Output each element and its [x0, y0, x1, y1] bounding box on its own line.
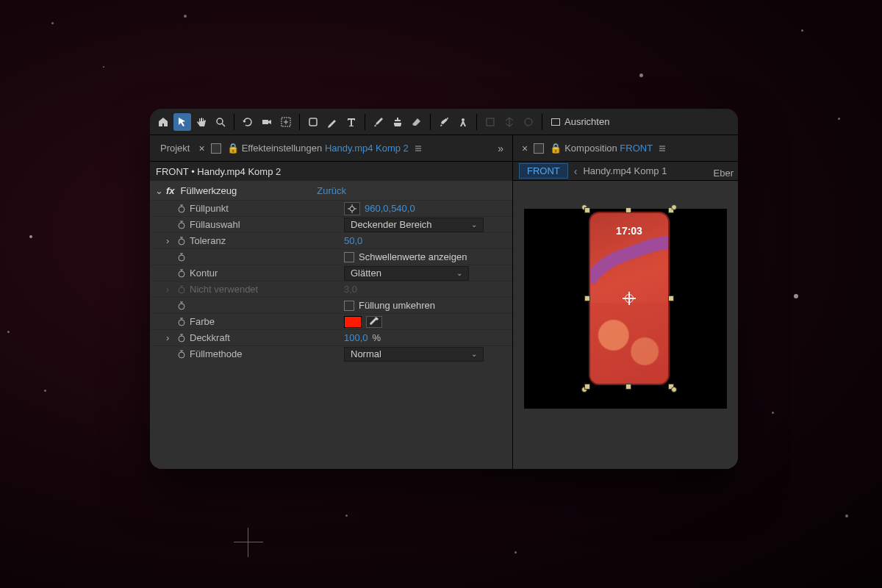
- svg-point-16: [179, 320, 184, 326]
- text-tool-icon[interactable]: [343, 113, 360, 131]
- camera-tool-icon[interactable]: [258, 113, 276, 131]
- stopwatch-icon[interactable]: [176, 268, 187, 279]
- flow-current[interactable]: FRONT: [519, 163, 568, 179]
- svg-point-8: [179, 207, 184, 212]
- transform-handle[interactable]: [671, 204, 677, 210]
- effect-properties: Füllpunkt 960,0,540,0 Füllauswahl Decken…: [150, 200, 512, 362]
- 3d-tool-2-icon[interactable]: [501, 113, 518, 131]
- fuellauswahl-select[interactable]: Deckender Bereich ⌄: [344, 218, 484, 232]
- home-icon[interactable]: [154, 113, 172, 131]
- hand-tool-icon[interactable]: [193, 113, 210, 131]
- eyedropper-button[interactable]: [366, 316, 382, 328]
- flow-back-icon[interactable]: ‹: [574, 165, 578, 177]
- comp-flow-bar: FRONT ‹ Handy.mp4 Komp 1: [513, 162, 738, 181]
- svg-point-7: [525, 118, 532, 126]
- umkehren-checkbox[interactable]: [344, 301, 354, 311]
- stopwatch-icon[interactable]: [176, 317, 187, 327]
- close-icon[interactable]: ×: [196, 143, 207, 154]
- nichtverwendet-value: 3,0: [344, 284, 357, 295]
- stopwatch-icon[interactable]: [176, 301, 187, 311]
- snap-label: Ausrichten: [564, 116, 609, 127]
- prop-umkehren: Füllung umkehren: [150, 297, 512, 313]
- stopwatch-icon[interactable]: [176, 204, 187, 214]
- roto-brush-tool-icon[interactable]: [435, 113, 453, 131]
- fuellpunkt-value[interactable]: 960,0,540,0: [365, 203, 415, 214]
- tab-ebenen[interactable]: Eber: [714, 168, 734, 179]
- kontur-select[interactable]: Glätten ⌄: [344, 266, 469, 281]
- prop-schwellenwerte: Schwellenwerte anzeigen: [150, 248, 512, 265]
- stopwatch-icon[interactable]: [176, 333, 187, 343]
- overflow-icon[interactable]: »: [493, 143, 508, 154]
- clone-stamp-tool-icon[interactable]: [389, 113, 406, 131]
- lock-icon[interactable]: 🔒: [550, 143, 562, 154]
- fx-badge-icon[interactable]: fx: [166, 185, 175, 196]
- effect-header[interactable]: ⌄ fx Füllwerkzeug Zurück: [150, 181, 512, 200]
- svg-point-4: [447, 118, 448, 119]
- point-picker-button[interactable]: [344, 202, 360, 215]
- selection-tool-icon[interactable]: [173, 113, 191, 131]
- lock-icon[interactable]: 🔒: [227, 143, 239, 154]
- transform-handle[interactable]: [625, 384, 631, 390]
- prop-kontur: Kontur Glätten ⌄: [150, 265, 512, 281]
- orbit-tool-icon[interactable]: [239, 113, 257, 131]
- tab-komposition[interactable]: Komposition: [564, 143, 617, 154]
- pen-tool-icon[interactable]: [323, 113, 341, 131]
- anchor-point-icon[interactable]: [623, 292, 636, 305]
- stopwatch-icon[interactable]: [176, 236, 187, 246]
- tab-effekt-target[interactable]: Handy.mp4 Komp 2: [325, 143, 409, 154]
- effect-name: Füllwerkzeug: [181, 185, 237, 196]
- svg-point-5: [462, 118, 465, 121]
- transform-handle[interactable]: [668, 295, 674, 301]
- snap-toggle[interactable]: Ausrichten: [547, 116, 614, 127]
- tab-komp-target[interactable]: FRONT: [620, 143, 653, 154]
- prop-deckkraft: › Deckkraft 100,0%: [150, 329, 512, 345]
- twirl-down-icon[interactable]: ⌄: [154, 185, 163, 196]
- left-tabstrip: Projekt × 🔒 Effekteinstellungen Handy.mp…: [150, 135, 512, 162]
- comp-canvas[interactable]: 17:03: [524, 209, 727, 409]
- phone-layer[interactable]: 17:03: [589, 212, 670, 385]
- tab-projekt[interactable]: Projekt: [154, 143, 196, 154]
- twirl-right-icon[interactable]: ›: [166, 332, 176, 343]
- shape-tool-icon[interactable]: [304, 113, 322, 131]
- stopwatch-icon[interactable]: [176, 349, 187, 359]
- fuellmethode-select[interactable]: Normal ⌄: [344, 347, 484, 362]
- pan-behind-tool-icon[interactable]: [277, 113, 295, 131]
- tab-effekteinstellungen[interactable]: Effekteinstellungen: [242, 143, 323, 154]
- schwellen-checkbox[interactable]: [344, 252, 354, 262]
- composition-viewer[interactable]: 17:03: [513, 181, 738, 469]
- right-tabstrip: × 🔒 Komposition FRONT Eber: [513, 135, 738, 162]
- twirl-right-icon[interactable]: ›: [166, 235, 176, 246]
- stopwatch-icon[interactable]: [176, 252, 187, 262]
- prop-fuellauswahl: Füllauswahl Deckender Bereich ⌄: [150, 216, 512, 232]
- flow-other[interactable]: Handy.mp4 Komp 1: [583, 165, 667, 176]
- composition-panel: × 🔒 Komposition FRONT Eber FRONT ‹ Handy…: [513, 135, 738, 469]
- puppet-pin-tool-icon[interactable]: [454, 113, 472, 131]
- 3d-tool-1-icon[interactable]: [481, 113, 499, 131]
- toleranz-value[interactable]: 50,0: [344, 235, 362, 246]
- color-swatch[interactable]: [344, 316, 362, 328]
- prop-toleranz: › Toleranz 50,0: [150, 232, 512, 248]
- brush-tool-icon[interactable]: [370, 113, 387, 131]
- close-icon[interactable]: ×: [519, 143, 531, 154]
- panel-menu-icon[interactable]: [657, 143, 667, 154]
- prop-fuellpunkt: Füllpunkt 960,0,540,0: [150, 200, 512, 216]
- transform-handle[interactable]: [584, 207, 590, 213]
- svg-rect-1: [262, 120, 268, 124]
- transform-handle[interactable]: [625, 207, 631, 213]
- transform-handle[interactable]: [584, 384, 590, 390]
- svg-point-17: [179, 336, 184, 342]
- stopwatch-icon[interactable]: [176, 220, 187, 230]
- zoom-tool-icon[interactable]: [212, 113, 229, 131]
- svg-point-15: [179, 304, 184, 309]
- transform-handle[interactable]: [671, 387, 677, 392]
- panel-icon: [211, 143, 221, 154]
- app-window: Ausrichten Projekt × 🔒 Effekteinstellung…: [150, 109, 738, 469]
- eraser-tool-icon[interactable]: [408, 113, 426, 131]
- transform-handle[interactable]: [584, 295, 590, 301]
- reset-button[interactable]: Zurück: [317, 185, 508, 196]
- panel-menu-icon[interactable]: [413, 143, 423, 154]
- deckkraft-value[interactable]: 100,0: [344, 332, 368, 343]
- checkbox-icon: [551, 118, 560, 126]
- 3d-tool-3-icon[interactable]: [520, 113, 537, 131]
- svg-rect-6: [487, 118, 494, 126]
